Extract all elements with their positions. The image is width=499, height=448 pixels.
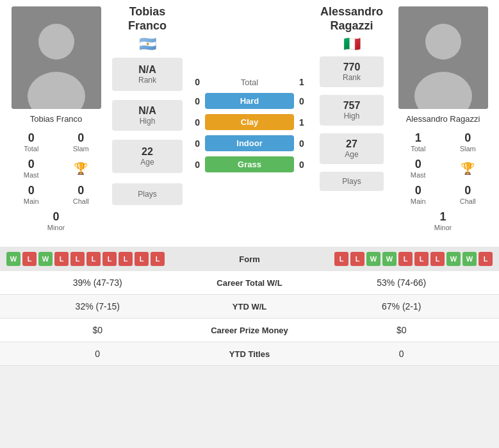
left-badge-4: L (70, 252, 85, 266)
left-age-box: 22 Age (112, 140, 183, 173)
left-total-stat: 0 Total (6, 129, 56, 155)
right-trophy-icon: 🏆 (443, 155, 493, 181)
right-minor-stat: 1 Minor (418, 208, 468, 234)
right-badge-2: W (366, 252, 380, 266)
right-plays-box: Plays (320, 172, 384, 191)
right-badge-1: L (350, 252, 364, 266)
ytd-titles-row: 0 YTD Titles 0 (0, 342, 499, 366)
left-player-name: Tobias Franco (30, 114, 83, 124)
left-center-info: Tobias Franco 🇦🇷 N/A Rank N/A High 22 Ag… (112, 0, 183, 215)
names-row: Tobias Franco 🇦🇷 N/A Rank N/A High 22 Ag… (112, 0, 387, 215)
player-comparison: Tobias Franco 0 Total 0 Slam 0 Mast 🏆 0 … (0, 0, 499, 244)
ytd-wl-row: 32% (7-15) YTD W/L 67% (2-1) (0, 295, 499, 319)
right-rank-box: 770 Rank (320, 56, 384, 87)
right-badge-5: L (414, 252, 429, 266)
stats-table: 39% (47-73) Career Total W/L 53% (74-66)… (0, 271, 499, 366)
total-row: 0 Total 1 (186, 77, 313, 87)
left-minor-stat: 0 Minor (31, 208, 81, 234)
hard-row: 0 Hard 0 (186, 93, 313, 109)
right-player-header-name: Alessandro Ragazzi (320, 5, 384, 33)
left-flag: 🇦🇷 (139, 36, 156, 53)
right-center-info: Alessandro Ragazzi 🇮🇹 770 Rank 757 High … (316, 0, 387, 215)
left-main-stat: 0 Main (6, 181, 56, 208)
right-badge-6: L (430, 252, 445, 266)
left-badge-9: L (151, 252, 165, 266)
right-high-box: 757 High (320, 95, 384, 126)
grass-row: 0 Grass 0 (186, 156, 313, 172)
form-label: Form (211, 254, 288, 264)
left-player-card: Tobias Franco 0 Total 0 Slam 0 Mast 🏆 0 … (0, 0, 112, 240)
surface-matchup: 0 Total 1 0 Hard 0 0 Clay (183, 0, 316, 215)
right-badge-9: L (479, 252, 493, 266)
right-main-stat: 0 Main (393, 181, 443, 208)
left-badge-5: L (86, 252, 101, 266)
left-badge-0: W (6, 252, 20, 266)
left-chall-stat: 0 Chall (56, 181, 106, 208)
left-player-avatar (12, 6, 101, 109)
left-badge-3: L (54, 252, 69, 266)
left-plays-box: Plays (112, 183, 183, 205)
left-badge-7: L (119, 252, 133, 266)
center-area: Tobias Franco 🇦🇷 N/A Rank N/A High 22 Ag… (112, 0, 387, 240)
right-mast-stat: 0 Mast (393, 155, 443, 181)
right-player-name: Alessandro Ragazzi (406, 114, 480, 124)
prize-money-row: $0 Career Prize Money $0 (0, 319, 499, 342)
left-player-header-name: Tobias Franco (115, 5, 179, 33)
right-badge-7: W (446, 252, 461, 266)
left-rank-box: N/A Rank (112, 58, 183, 91)
right-form-badges: L L W W L L L W W L (288, 252, 493, 266)
left-badge-8: L (135, 252, 149, 266)
left-badge-2: W (38, 252, 53, 266)
left-badge-6: L (102, 252, 117, 266)
svg-point-1 (38, 24, 74, 60)
right-player-avatar (398, 6, 488, 109)
clay-row: 0 Clay 1 (186, 114, 313, 130)
left-form-badges: W L W L L L L L L L (6, 252, 211, 266)
career-total-row: 39% (47-73) Career Total W/L 53% (74-66) (0, 271, 499, 295)
left-trophy-icon: 🏆 (56, 155, 106, 181)
right-player-stats: 1 Total 0 Slam 0 Mast 🏆 0 Main 0 (393, 129, 493, 234)
right-age-box: 27 Age (320, 133, 384, 164)
main-container: Tobias Franco 0 Total 0 Slam 0 Mast 🏆 0 … (0, 0, 499, 366)
left-slam-stat: 0 Slam (56, 129, 106, 155)
right-player-card: Alessandro Ragazzi 1 Total 0 Slam 0 Mast… (387, 0, 499, 240)
indoor-row: 0 Indoor 0 (186, 135, 313, 151)
right-slam-stat: 0 Slam (443, 129, 493, 155)
left-badge-1: L (22, 252, 37, 266)
right-total-stat: 1 Total (393, 129, 443, 155)
left-mast-stat: 0 Mast (6, 155, 56, 181)
right-flag: 🇮🇹 (343, 36, 361, 53)
form-section: W L W L L L L L L L Form L L W W L L L W… (0, 247, 499, 271)
right-badge-3: W (382, 252, 397, 266)
right-chall-stat: 0 Chall (443, 181, 493, 208)
svg-point-4 (425, 24, 461, 60)
left-high-box: N/A High (112, 100, 183, 131)
right-badge-0: L (334, 252, 348, 266)
right-badge-4: L (398, 252, 413, 266)
right-badge-8: W (462, 252, 477, 266)
left-player-stats: 0 Total 0 Slam 0 Mast 🏆 0 Main 0 (6, 129, 106, 234)
